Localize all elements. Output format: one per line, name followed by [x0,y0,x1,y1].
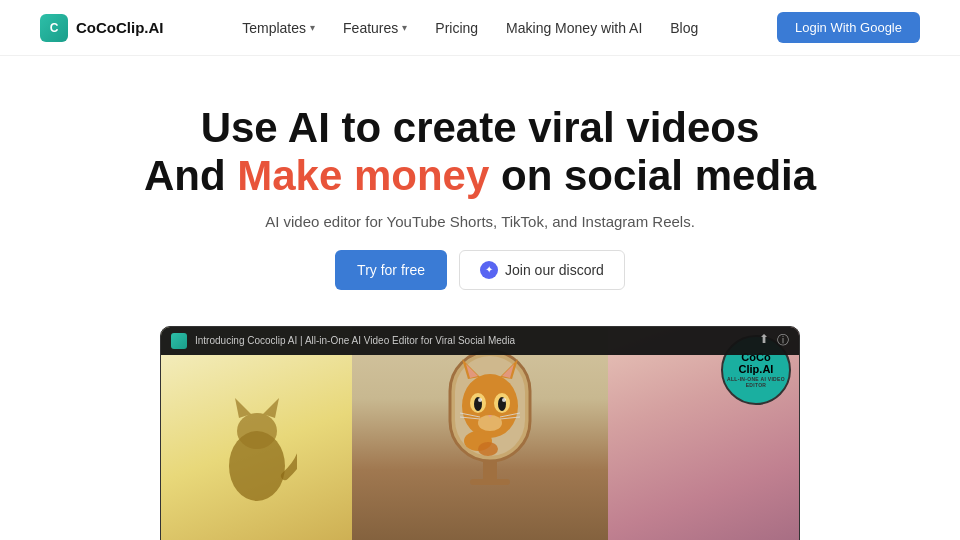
video-title: Introducing Cococlip AI | All-in-One AI … [195,335,515,346]
svg-point-16 [502,398,506,402]
hero-subtitle: AI video editor for YouTube Shorts, TikT… [20,213,940,230]
video-content: CoCo Clip.AI ALL-IN-ONE AI VIDEO EDITOR [161,327,799,540]
svg-rect-26 [470,479,510,485]
discord-button[interactable]: ✦ Join our discord [459,250,625,290]
nav-item-pricing[interactable]: Pricing [435,20,478,36]
nav-item-templates[interactable]: Templates ▾ [242,20,315,36]
logo-text: CoCoClip.AI [76,19,164,36]
video-logo-icon [171,333,187,349]
logo-icon: C [40,14,68,42]
video-preview[interactable]: Introducing Cococlip AI | All-in-One AI … [160,326,800,540]
cat-silhouette-left [217,386,297,506]
hero-buttons: Try for free ✦ Join our discord [20,250,940,290]
chevron-down-icon: ▾ [310,22,315,33]
video-panel-right: CoCo Clip.AI ALL-IN-ONE AI VIDEO EDITOR [608,327,799,540]
hero-highlight: Make money [237,152,489,199]
svg-point-1 [237,413,277,449]
video-panel-center [352,327,607,540]
svg-rect-25 [483,461,497,481]
logo-link[interactable]: C CoCoClip.AI [40,14,164,42]
video-bar: Introducing Cococlip AI | All-in-One AI … [161,327,799,355]
hero-heading: Use AI to create viral videos And Make m… [20,104,940,201]
nav-item-making-money[interactable]: Making Money with AI [506,20,642,36]
share-icon[interactable]: ⬆ [759,332,769,349]
login-button[interactable]: Login With Google [777,12,920,43]
svg-point-22 [478,415,502,431]
discord-icon: ✦ [480,261,498,279]
video-bar-icons: ⬆ ⓘ [759,332,789,349]
svg-point-24 [478,442,498,456]
info-icon[interactable]: ⓘ [777,332,789,349]
try-free-button[interactable]: Try for free [335,250,447,290]
nav-item-blog[interactable]: Blog [670,20,698,36]
nav-links: Templates ▾ Features ▾ Pricing Making Mo… [242,20,698,36]
nav-item-features[interactable]: Features ▾ [343,20,407,36]
mirror-scene [400,341,560,540]
svg-point-15 [478,398,482,402]
chevron-down-icon: ▾ [402,22,407,33]
video-panel-left [161,327,352,540]
hero-section: Use AI to create viral videos And Make m… [0,56,960,314]
navbar: C CoCoClip.AI Templates ▾ Features ▾ Pri… [0,0,960,56]
